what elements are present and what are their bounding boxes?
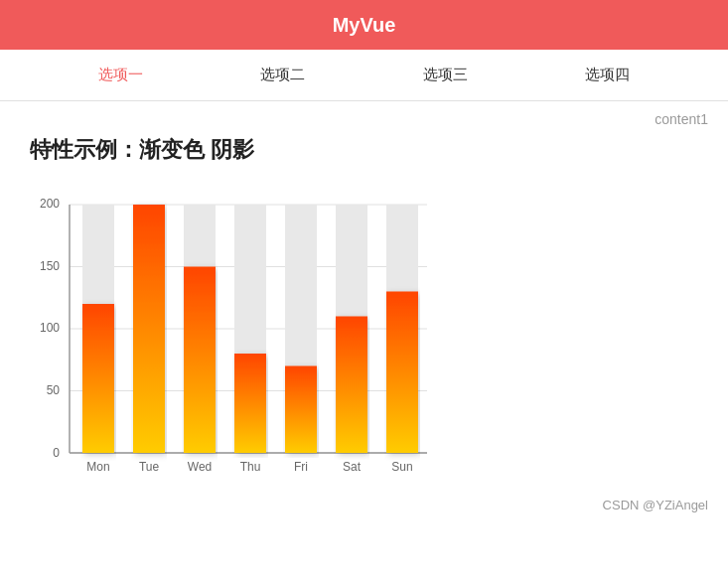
- svg-text:50: 50: [47, 383, 61, 397]
- nav-item-4[interactable]: 选项四: [526, 60, 688, 90]
- bar-thu: [234, 354, 266, 453]
- footer-credit: CSDN @YZiAngel: [603, 498, 708, 512]
- bar-sun: [386, 292, 418, 454]
- x-label-wed: Wed: [188, 460, 212, 474]
- bar-fri: [285, 366, 317, 454]
- x-label-tue: Tue: [139, 460, 160, 474]
- chart-svg: 0 50 100 150 200: [30, 185, 447, 503]
- bar-wed: [184, 267, 216, 454]
- bar-mon: [82, 304, 114, 453]
- navigation: 选项一 选项二 选项三 选项四: [0, 50, 728, 101]
- nav-item-1[interactable]: 选项一: [40, 60, 202, 90]
- main-content: content1 特性示例：渐变色 阴影: [0, 101, 728, 522]
- x-label-sat: Sat: [343, 460, 362, 474]
- svg-text:0: 0: [53, 446, 60, 460]
- x-label-fri: Fri: [294, 460, 308, 474]
- x-label-sun: Sun: [391, 460, 412, 474]
- app-header: MyVue: [0, 0, 728, 50]
- nav-item-2[interactable]: 选项二: [202, 60, 364, 90]
- section-title: 特性示例：渐变色 阴影: [30, 135, 708, 165]
- svg-text:150: 150: [40, 259, 60, 273]
- svg-text:200: 200: [40, 197, 60, 211]
- bar-chart: 0 50 100 150 200: [30, 185, 447, 503]
- x-label-mon: Mon: [86, 460, 109, 474]
- x-label-thu: Thu: [240, 460, 261, 474]
- bar-sat: [336, 317, 367, 454]
- bar-tue: [133, 205, 165, 453]
- svg-text:100: 100: [40, 321, 60, 335]
- nav-item-3[interactable]: 选项三: [364, 60, 526, 90]
- content-label: content1: [20, 111, 708, 127]
- app-title: MyVue: [333, 14, 396, 37]
